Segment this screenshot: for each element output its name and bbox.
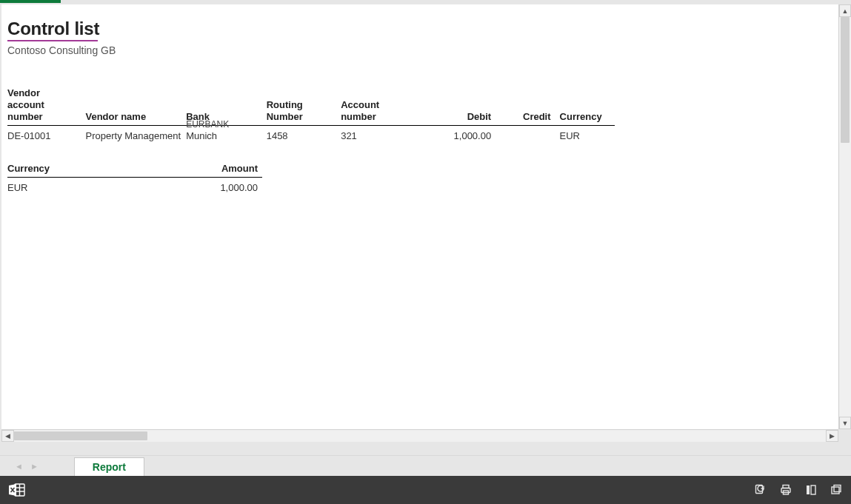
app-frame: Control list Contoso Consulting GB xyxy=(0,0,851,504)
sheet-tab-bar: ◄ ► Report xyxy=(0,455,851,476)
tab-report-label: Report xyxy=(93,461,126,473)
col-vendor-account: Vendoraccountnumber xyxy=(7,87,86,125)
cell-bank: EURBANK Munich xyxy=(186,126,267,146)
col-totals-currency: Currency xyxy=(7,163,185,178)
cell-debit: 1,000.00 xyxy=(436,126,495,146)
triangle-left-icon: ◀ xyxy=(5,432,10,440)
cell-vendor-name: Property Management xyxy=(86,126,187,146)
col-currency: Currency xyxy=(555,87,615,125)
col-account: Accountnumber xyxy=(341,87,436,125)
triangle-up-icon: ▲ xyxy=(842,7,849,15)
status-bar xyxy=(0,476,851,504)
col-routing: RoutingNumber xyxy=(267,87,341,125)
cell-totals-amount: 1,000.00 xyxy=(185,178,262,195)
sheet-nav: ◄ ► xyxy=(4,462,49,471)
refresh-icon[interactable] xyxy=(753,483,768,497)
content-area: Control list Contoso Consulting GB xyxy=(0,4,851,442)
report-surface: Control list Contoso Consulting GB xyxy=(1,4,838,429)
vendor-table-header-row: Vendoraccountnumber Vendor name Bank Rou… xyxy=(7,87,615,125)
cell-bank-truncated: EURBANK xyxy=(186,119,229,130)
cell-totals-currency: EUR xyxy=(7,178,185,195)
excel-icon[interactable] xyxy=(7,482,27,498)
scroll-left-button[interactable]: ◀ xyxy=(1,430,14,442)
cell-credit xyxy=(495,126,555,146)
company-subtitle: Contoso Consulting GB xyxy=(7,44,832,56)
svg-rect-10 xyxy=(811,485,815,494)
col-credit: Credit xyxy=(495,87,555,125)
scroll-up-button[interactable]: ▲ xyxy=(839,4,851,17)
vertical-scrollbar[interactable]: ▲ ▼ xyxy=(838,4,851,429)
cell-routing: 1458 xyxy=(267,126,341,146)
print-icon[interactable] xyxy=(778,483,793,497)
fullscreen-icon[interactable] xyxy=(829,483,844,497)
svg-rect-9 xyxy=(807,485,810,494)
sheet-nav-prev[interactable]: ◄ xyxy=(15,462,23,471)
svg-rect-11 xyxy=(832,487,839,494)
col-totals-amount: Amount xyxy=(185,163,262,178)
table-row: DE-01001 Property Management EURBANK Mun… xyxy=(7,126,615,146)
tab-report[interactable]: Report xyxy=(74,457,144,476)
report-body: Control list Contoso Consulting GB xyxy=(1,4,838,201)
vendor-table: Vendoraccountnumber Vendor name Bank Rou… xyxy=(7,87,615,145)
page-title: Control list xyxy=(7,19,832,38)
totals-table: Currency Amount EUR 1,000.00 xyxy=(7,163,262,195)
ribbon-accent xyxy=(0,0,61,3)
col-vendor-name: Vendor name xyxy=(86,87,187,125)
horizontal-scroll-thumb[interactable] xyxy=(14,431,147,440)
cell-currency: EUR xyxy=(555,126,615,146)
vertical-scroll-thumb[interactable] xyxy=(841,17,850,143)
cell-vendor-account: DE-01001 xyxy=(7,126,86,146)
triangle-down-icon: ▼ xyxy=(842,420,849,427)
sheet-nav-next[interactable]: ► xyxy=(30,462,39,471)
scroll-right-button[interactable]: ▶ xyxy=(826,430,838,442)
cell-bank-main: Munich xyxy=(186,130,217,141)
horizontal-scrollbar[interactable]: ◀ ▶ xyxy=(1,429,838,442)
col-debit: Debit xyxy=(436,87,495,125)
cell-account: 321 xyxy=(341,126,436,146)
title-underline xyxy=(7,40,98,41)
scroll-down-button[interactable]: ▼ xyxy=(839,417,851,429)
totals-header-row: Currency Amount xyxy=(7,163,262,178)
page-layout-icon[interactable] xyxy=(804,483,818,497)
table-row: EUR 1,000.00 xyxy=(7,178,262,195)
triangle-right-icon: ▶ xyxy=(830,432,835,440)
